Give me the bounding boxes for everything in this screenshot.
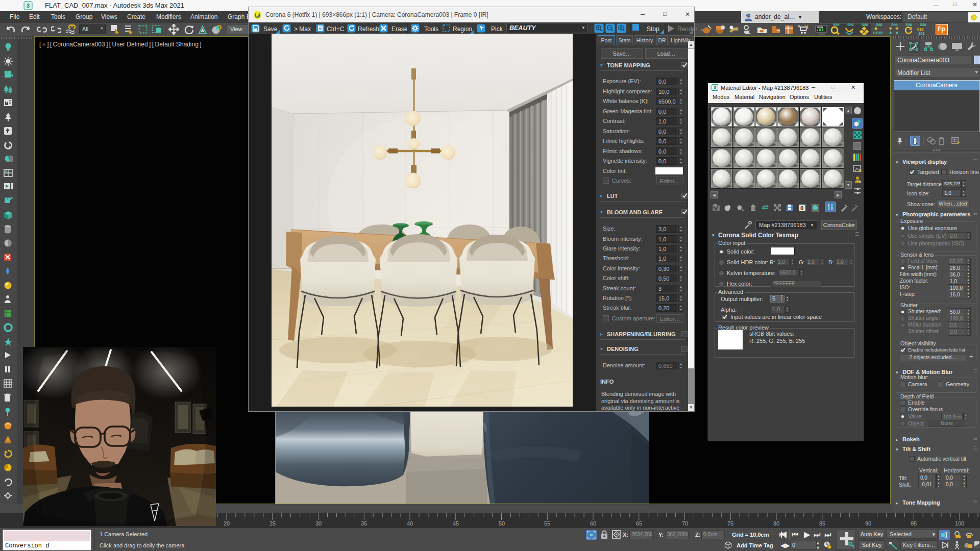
svg-text:3: 3 xyxy=(714,85,716,90)
svg-text:101: 101 xyxy=(918,31,925,35)
svg-text:3: 3 xyxy=(27,3,30,9)
svg-text:0: 0 xyxy=(800,205,803,211)
svg-text:HDRI: HDRI xyxy=(873,31,883,35)
